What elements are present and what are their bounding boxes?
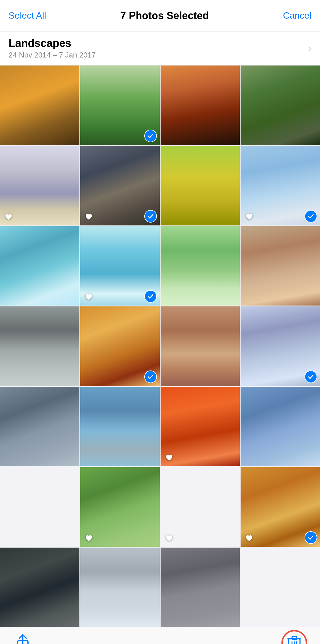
selection-count-title: 7 Photos Selected	[120, 10, 209, 22]
photo-thumbnail	[161, 66, 240, 145]
heart-badge	[83, 291, 95, 303]
heart-badge	[3, 211, 14, 223]
photo-cell[interactable]	[0, 226, 79, 306]
photo-thumbnail	[0, 306, 79, 386]
photo-cell[interactable]	[241, 306, 320, 386]
photo-cell[interactable]	[241, 548, 320, 627]
top-bar: Select All 7 Photos Selected Cancel	[0, 0, 320, 31]
photo-cell[interactable]	[0, 306, 79, 386]
photo-cell[interactable]	[161, 467, 240, 547]
photo-thumbnail	[161, 226, 240, 306]
photo-thumbnail	[80, 387, 160, 466]
photo-thumbnail	[241, 66, 320, 145]
photo-thumbnail	[80, 548, 160, 627]
photo-cell[interactable]	[161, 548, 240, 627]
photo-thumbnail	[241, 387, 320, 466]
photo-grid	[0, 66, 320, 627]
photo-thumbnail	[0, 226, 79, 306]
photo-cell[interactable]	[0, 146, 79, 225]
photo-thumbnail	[0, 548, 79, 627]
photo-cell[interactable]	[80, 146, 160, 225]
photo-cell[interactable]	[0, 467, 79, 547]
bottom-bar	[0, 627, 320, 644]
selected-check-badge	[305, 370, 317, 383]
heart-badge	[83, 211, 95, 223]
photo-thumbnail	[161, 548, 240, 627]
photo-cell[interactable]	[241, 467, 320, 547]
photo-cell[interactable]	[241, 146, 320, 225]
photo-cell[interactable]	[161, 226, 240, 306]
share-button[interactable]	[14, 634, 31, 644]
select-all-button[interactable]: Select All	[9, 10, 46, 21]
photo-thumbnail	[161, 146, 240, 225]
selected-check-badge	[144, 370, 157, 383]
photo-thumbnail	[161, 306, 240, 386]
photo-cell[interactable]	[80, 66, 160, 145]
album-date-range: 24 Nov 2014 – 7 Jan 2017	[9, 51, 96, 60]
heart-badge	[243, 211, 255, 223]
photo-cell[interactable]	[161, 66, 240, 145]
heart-badge	[83, 532, 95, 544]
album-header[interactable]: Landscapes 24 Nov 2014 – 7 Jan 2017 ›	[0, 31, 320, 66]
chevron-right-icon: ›	[308, 42, 311, 54]
photo-cell[interactable]	[161, 306, 240, 386]
photo-thumbnail	[0, 467, 79, 547]
photo-cell[interactable]	[80, 306, 160, 386]
album-title: Landscapes	[9, 37, 96, 49]
photo-cell[interactable]	[80, 467, 160, 547]
photo-cell[interactable]	[0, 66, 79, 145]
share-icon	[15, 634, 30, 644]
photo-cell[interactable]	[0, 548, 79, 627]
photo-cell[interactable]	[80, 226, 160, 306]
heart-badge	[243, 532, 255, 544]
photo-cell[interactable]	[241, 66, 320, 145]
photo-cell[interactable]	[161, 387, 240, 466]
photo-thumbnail	[0, 387, 79, 466]
selected-check-badge	[144, 130, 157, 142]
selected-check-badge	[144, 210, 157, 223]
selected-check-badge	[144, 290, 157, 303]
photo-cell[interactable]	[80, 548, 160, 627]
selected-check-badge	[305, 210, 317, 223]
photo-thumbnail	[241, 226, 320, 306]
heart-badge	[163, 452, 175, 463]
photo-thumbnail	[241, 548, 320, 627]
photo-thumbnail	[0, 66, 79, 145]
trash-highlight-ring	[281, 630, 307, 644]
photo-cell[interactable]	[0, 387, 79, 466]
photo-cell[interactable]	[161, 146, 240, 225]
photo-cell[interactable]	[80, 387, 160, 466]
trash-button[interactable]	[283, 631, 306, 644]
cancel-button[interactable]: Cancel	[283, 10, 311, 21]
photo-cell[interactable]	[241, 226, 320, 306]
selected-check-badge	[305, 531, 317, 544]
heart-badge	[163, 532, 175, 544]
album-info: Landscapes 24 Nov 2014 – 7 Jan 2017	[9, 37, 96, 60]
photo-cell[interactable]	[241, 387, 320, 466]
